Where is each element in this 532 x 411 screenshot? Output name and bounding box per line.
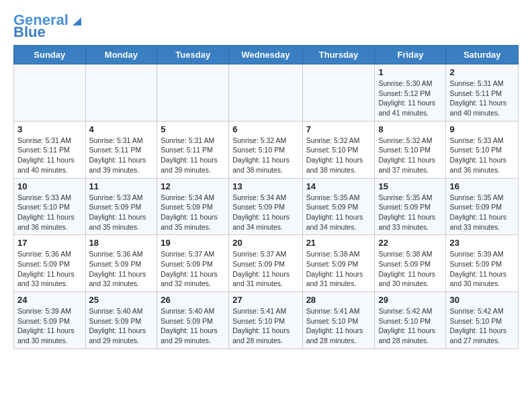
weekday-header: Saturday [446, 46, 519, 64]
day-detail: Sunrise: 5:39 AMSunset: 5:09 PMDaylight:… [449, 249, 515, 289]
calendar-day-cell: 13Sunrise: 5:34 AMSunset: 5:09 PMDayligh… [229, 178, 302, 235]
calendar-day-cell: 14Sunrise: 5:35 AMSunset: 5:09 PMDayligh… [302, 178, 375, 235]
calendar-day-cell: 12Sunrise: 5:34 AMSunset: 5:09 PMDayligh… [157, 178, 229, 235]
calendar-day-cell [85, 64, 157, 122]
calendar-header: SundayMondayTuesdayWednesdayThursdayFrid… [14, 46, 519, 64]
logo-blue: Blue [13, 24, 46, 40]
calendar-day-cell: 22Sunrise: 5:38 AMSunset: 5:09 PMDayligh… [375, 235, 446, 292]
day-detail: Sunrise: 5:39 AMSunset: 5:09 PMDaylight:… [17, 306, 82, 346]
calendar-day-cell: 4Sunrise: 5:31 AMSunset: 5:11 PMDaylight… [85, 121, 157, 178]
day-detail: Sunrise: 5:31 AMSunset: 5:11 PMDaylight:… [17, 136, 82, 175]
day-detail: Sunrise: 5:34 AMSunset: 5:09 PMDaylight:… [161, 193, 225, 232]
calendar-day-cell: 30Sunrise: 5:42 AMSunset: 5:10 PMDayligh… [446, 292, 519, 349]
calendar-week-row: 10Sunrise: 5:33 AMSunset: 5:10 PMDayligh… [14, 178, 519, 235]
day-number: 20 [232, 238, 298, 248]
weekday-header: Friday [375, 46, 446, 64]
day-number: 6 [232, 124, 298, 134]
weekday-row: SundayMondayTuesdayWednesdayThursdayFrid… [14, 46, 519, 64]
day-detail: Sunrise: 5:36 AMSunset: 5:09 PMDaylight:… [89, 249, 154, 289]
day-detail: Sunrise: 5:33 AMSunset: 5:10 PMDaylight:… [449, 136, 515, 175]
calendar-week-row: 17Sunrise: 5:36 AMSunset: 5:09 PMDayligh… [14, 235, 519, 292]
calendar-day-cell: 1Sunrise: 5:30 AMSunset: 5:12 PMDaylight… [375, 64, 446, 122]
header: General Blue [13, 10, 519, 40]
day-number: 19 [161, 238, 225, 248]
weekday-header: Wednesday [229, 46, 302, 64]
calendar-day-cell: 18Sunrise: 5:36 AMSunset: 5:09 PMDayligh… [85, 235, 157, 292]
calendar-week-row: 24Sunrise: 5:39 AMSunset: 5:09 PMDayligh… [14, 292, 519, 349]
day-number: 28 [306, 295, 371, 305]
calendar-table: SundayMondayTuesdayWednesdayThursdayFrid… [13, 45, 519, 349]
day-number: 22 [378, 238, 442, 248]
calendar-day-cell: 6Sunrise: 5:32 AMSunset: 5:10 PMDaylight… [229, 121, 302, 178]
day-number: 16 [449, 181, 515, 191]
day-number: 11 [89, 181, 154, 191]
calendar-day-cell: 29Sunrise: 5:42 AMSunset: 5:10 PMDayligh… [375, 292, 446, 349]
day-number: 23 [449, 238, 515, 248]
day-detail: Sunrise: 5:31 AMSunset: 5:11 PMDaylight:… [89, 136, 154, 175]
calendar-day-cell [14, 64, 86, 122]
calendar-day-cell: 5Sunrise: 5:31 AMSunset: 5:11 PMDaylight… [157, 121, 229, 178]
calendar-day-cell [229, 64, 302, 122]
day-detail: Sunrise: 5:33 AMSunset: 5:10 PMDaylight:… [17, 193, 82, 232]
calendar-day-cell [157, 64, 229, 122]
calendar-day-cell: 9Sunrise: 5:33 AMSunset: 5:10 PMDaylight… [446, 121, 519, 178]
calendar-day-cell: 28Sunrise: 5:41 AMSunset: 5:10 PMDayligh… [302, 292, 375, 349]
day-number: 17 [17, 238, 82, 248]
day-detail: Sunrise: 5:32 AMSunset: 5:10 PMDaylight:… [232, 136, 298, 175]
day-number: 9 [449, 124, 515, 134]
day-number: 4 [89, 124, 154, 134]
calendar-day-cell: 27Sunrise: 5:41 AMSunset: 5:10 PMDayligh… [229, 292, 302, 349]
day-number: 27 [232, 295, 298, 305]
page: General Blue SundayMondayTuesdayWednesda… [0, 0, 532, 363]
calendar-day-cell: 24Sunrise: 5:39 AMSunset: 5:09 PMDayligh… [14, 292, 86, 349]
day-number: 12 [161, 181, 225, 191]
day-detail: Sunrise: 5:30 AMSunset: 5:12 PMDaylight:… [378, 79, 442, 118]
day-number: 5 [161, 124, 225, 134]
day-detail: Sunrise: 5:42 AMSunset: 5:10 PMDaylight:… [449, 306, 515, 346]
day-number: 3 [17, 124, 82, 134]
day-detail: Sunrise: 5:35 AMSunset: 5:09 PMDaylight:… [449, 193, 515, 232]
day-number: 30 [449, 295, 515, 305]
day-number: 7 [306, 124, 371, 134]
day-detail: Sunrise: 5:40 AMSunset: 5:09 PMDaylight:… [161, 306, 225, 346]
day-detail: Sunrise: 5:34 AMSunset: 5:09 PMDaylight:… [232, 193, 298, 232]
day-detail: Sunrise: 5:36 AMSunset: 5:09 PMDaylight:… [17, 249, 82, 289]
day-detail: Sunrise: 5:37 AMSunset: 5:09 PMDaylight:… [232, 249, 298, 289]
day-number: 26 [161, 295, 225, 305]
calendar-week-row: 1Sunrise: 5:30 AMSunset: 5:12 PMDaylight… [14, 64, 519, 122]
calendar-day-cell: 8Sunrise: 5:32 AMSunset: 5:10 PMDaylight… [375, 121, 446, 178]
day-detail: Sunrise: 5:41 AMSunset: 5:10 PMDaylight:… [232, 306, 298, 346]
day-detail: Sunrise: 5:32 AMSunset: 5:10 PMDaylight:… [306, 136, 371, 175]
logo-icon [69, 15, 81, 27]
weekday-header: Tuesday [157, 46, 229, 64]
calendar-day-cell: 20Sunrise: 5:37 AMSunset: 5:09 PMDayligh… [229, 235, 302, 292]
day-detail: Sunrise: 5:31 AMSunset: 5:11 PMDaylight:… [161, 136, 225, 175]
calendar-day-cell: 7Sunrise: 5:32 AMSunset: 5:10 PMDaylight… [302, 121, 375, 178]
day-number: 8 [378, 124, 442, 134]
calendar-day-cell: 3Sunrise: 5:31 AMSunset: 5:11 PMDaylight… [14, 121, 86, 178]
calendar-day-cell: 25Sunrise: 5:40 AMSunset: 5:09 PMDayligh… [85, 292, 157, 349]
day-number: 29 [378, 295, 442, 305]
calendar-day-cell [302, 64, 375, 122]
calendar-day-cell: 19Sunrise: 5:37 AMSunset: 5:09 PMDayligh… [157, 235, 229, 292]
day-detail: Sunrise: 5:32 AMSunset: 5:10 PMDaylight:… [378, 136, 442, 175]
day-detail: Sunrise: 5:35 AMSunset: 5:09 PMDaylight:… [306, 193, 371, 232]
calendar-day-cell: 26Sunrise: 5:40 AMSunset: 5:09 PMDayligh… [157, 292, 229, 349]
calendar-day-cell: 17Sunrise: 5:36 AMSunset: 5:09 PMDayligh… [14, 235, 86, 292]
day-detail: Sunrise: 5:33 AMSunset: 5:09 PMDaylight:… [89, 193, 154, 232]
calendar-day-cell: 15Sunrise: 5:35 AMSunset: 5:09 PMDayligh… [375, 178, 446, 235]
day-detail: Sunrise: 5:38 AMSunset: 5:09 PMDaylight:… [306, 249, 371, 289]
day-detail: Sunrise: 5:40 AMSunset: 5:09 PMDaylight:… [89, 306, 154, 346]
weekday-header: Thursday [302, 46, 375, 64]
day-number: 25 [89, 295, 154, 305]
day-detail: Sunrise: 5:31 AMSunset: 5:11 PMDaylight:… [449, 79, 515, 118]
day-detail: Sunrise: 5:35 AMSunset: 5:09 PMDaylight:… [378, 193, 442, 232]
day-number: 14 [306, 181, 371, 191]
calendar-day-cell: 10Sunrise: 5:33 AMSunset: 5:10 PMDayligh… [14, 178, 86, 235]
day-number: 1 [378, 67, 442, 77]
day-number: 15 [378, 181, 442, 191]
day-detail: Sunrise: 5:38 AMSunset: 5:09 PMDaylight:… [378, 249, 442, 289]
calendar-day-cell: 21Sunrise: 5:38 AMSunset: 5:09 PMDayligh… [302, 235, 375, 292]
day-number: 13 [232, 181, 298, 191]
calendar-week-row: 3Sunrise: 5:31 AMSunset: 5:11 PMDaylight… [14, 121, 519, 178]
